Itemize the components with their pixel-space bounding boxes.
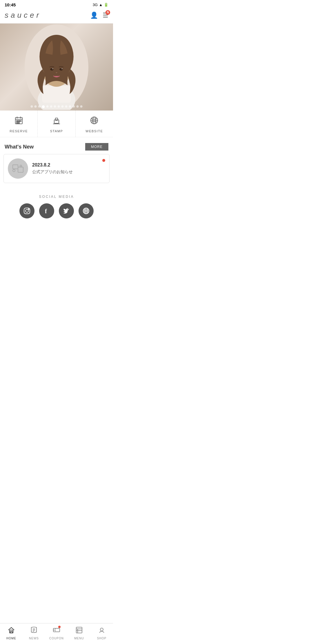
social-instagram-button[interactable] [19,203,34,218]
more-button[interactable]: MORE [85,143,108,151]
svg-rect-13 [17,120,18,122]
social-facebook-button[interactable]: f [39,203,54,218]
unread-indicator [102,159,105,162]
website-icon [90,116,99,127]
quick-actions: RESERVE STAMP WEBSITE [0,111,113,137]
news-list: 2023.8.2 公式アプリのお知らせ [0,154,113,183]
svg-rect-14 [18,120,19,122]
social-icons-row: f [5,203,108,218]
svg-rect-16 [17,122,18,123]
news-content: 2023.8.2 公式アプリのお知らせ [32,162,98,175]
social-website-button[interactable] [79,203,94,218]
social-twitter-button[interactable] [59,203,74,218]
profile-button[interactable]: 👤 [90,12,98,19]
hero-illustration [25,24,88,110]
social-media-section: SOCIAL MEDIA f [0,188,113,224]
app-header: saucer 👤 ☰ N [0,8,113,23]
battery-icon: 🔋 [104,3,108,7]
slider-dot-9[interactable] [65,105,68,108]
hero-image [0,23,113,111]
news-text: 公式アプリのお知らせ [32,169,98,175]
app-logo: saucer [5,11,41,20]
reserve-label: RESERVE [10,129,28,133]
slider-dot-13[interactable] [80,105,83,108]
slider-dot-11[interactable] [73,105,75,108]
slider-dot-12[interactable] [77,105,79,108]
reserve-icon [14,116,23,127]
slider-dot-7[interactable] [58,105,60,108]
svg-rect-24 [13,165,18,169]
slider-dot-3[interactable] [42,105,45,108]
slider-dot-8[interactable] [61,105,64,108]
svg-point-27 [20,165,22,167]
slider-dot-6[interactable] [54,105,56,108]
signal-bars-icon: ▲ [99,3,103,7]
social-media-title: SOCIAL MEDIA [5,195,108,199]
stamp-icon [52,116,61,127]
header-actions: 👤 ☰ N [90,12,108,19]
whats-new-header: What's New MORE [0,137,113,154]
news-date: 2023.8.2 [32,162,98,168]
svg-point-29 [26,209,28,212]
svg-text:f: f [45,208,47,214]
slider-dot-1[interactable] [34,105,37,108]
slider-dot-4[interactable] [46,105,49,108]
quick-action-website[interactable]: WEBSITE [76,111,113,137]
slider-dot-0[interactable] [31,105,33,108]
slider-dot-2[interactable] [38,105,41,108]
svg-point-8 [61,68,63,69]
quick-action-stamp[interactable]: STAMP [38,111,75,137]
hero-banner [0,23,113,111]
svg-point-30 [28,209,29,210]
status-time: 10:45 [5,2,16,7]
svg-rect-17 [18,122,19,123]
status-bar: 10:45 3G ▲ 🔋 [0,0,113,8]
svg-rect-15 [20,120,21,122]
slider-dot-10[interactable] [69,105,71,108]
content-spacer [0,224,113,247]
svg-point-7 [52,68,53,69]
website-label: WEBSITE [85,129,103,133]
news-thumbnail [8,158,28,179]
svg-rect-2 [42,85,71,103]
signal-indicator: 3G [93,3,98,7]
quick-action-reserve[interactable]: RESERVE [0,111,38,137]
notification-badge: N [105,10,110,15]
stamp-label: STAMP [50,129,63,133]
whats-new-title: What's New [5,144,34,150]
news-item-0[interactable]: 2023.8.2 公式アプリのお知らせ [3,154,110,183]
menu-button[interactable]: ☰ N [103,12,108,19]
slider-dots [31,105,83,108]
status-icons: 3G ▲ 🔋 [93,3,108,7]
slider-dot-5[interactable] [50,105,52,108]
svg-point-26 [13,169,15,172]
profile-icon: 👤 [90,12,98,19]
svg-rect-25 [18,167,23,172]
